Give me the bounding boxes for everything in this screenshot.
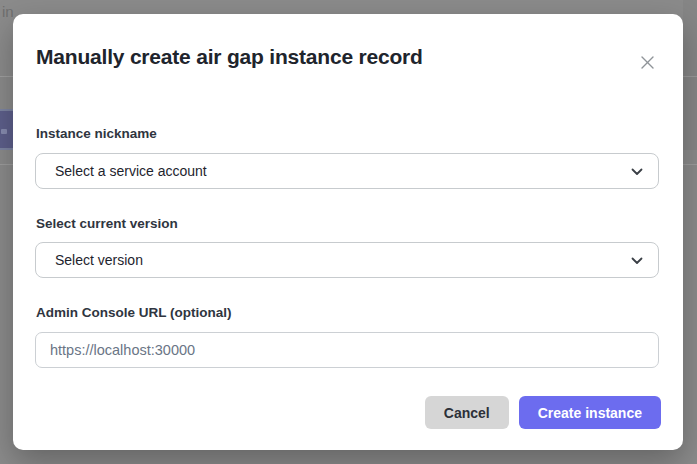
current-version-label: Select current version — [36, 217, 178, 231]
backdrop-clipped-text: in — [2, 3, 14, 20]
close-icon — [640, 55, 655, 70]
backdrop-row-marker — [1, 129, 7, 134]
modal-title: Manually create air gap instance record — [36, 45, 423, 69]
instance-nickname-label: Instance nickname — [36, 127, 157, 141]
create-instance-button[interactable]: Create instance — [519, 396, 661, 429]
chevron-down-icon — [631, 251, 643, 269]
version-select[interactable]: Select version — [35, 242, 659, 278]
modal-actions: Cancel Create instance — [425, 396, 661, 429]
backdrop-shade — [683, 0, 697, 150]
cancel-button[interactable]: Cancel — [425, 396, 509, 429]
create-air-gap-instance-modal: Manually create air gap instance record … — [13, 14, 683, 450]
admin-console-url-input[interactable] — [35, 332, 659, 368]
service-account-select-value: Select a service account — [55, 163, 631, 179]
version-select-value: Select version — [55, 252, 631, 268]
admin-console-url-label: Admin Console URL (optional) — [36, 306, 232, 320]
service-account-select[interactable]: Select a service account — [35, 153, 659, 189]
close-button[interactable] — [635, 50, 659, 74]
chevron-down-icon — [631, 162, 643, 180]
